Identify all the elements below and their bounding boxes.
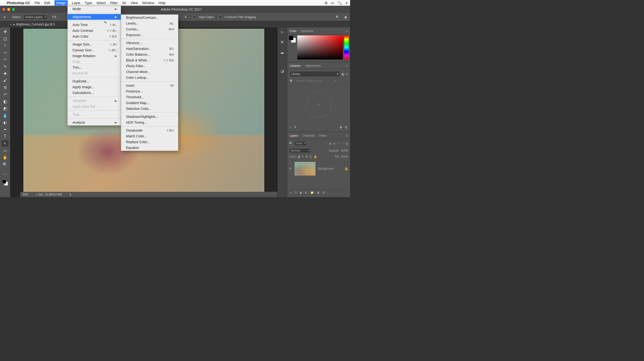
search-icon[interactable]: 🔍 [335,14,340,20]
color-swatches[interactable] [2,180,8,186]
menu-item-black-white[interactable]: Black & White...⌥⇧⌘B [121,57,178,63]
maximize-window-button[interactable] [12,8,15,11]
new-layer-icon[interactable]: ▣ [317,191,320,194]
menu-item-match-color[interactable]: Match Color... [121,133,178,139]
menu-item-threshold[interactable]: Threshold... [121,94,178,100]
align-edges-checkbox[interactable] [193,16,196,18]
view-grid-icon[interactable]: ▦ [342,72,344,76]
lock-position-icon[interactable]: ✥ [306,155,308,158]
delete-layer-icon[interactable]: 🗑 [322,191,325,194]
menu-help[interactable]: Help [158,1,166,5]
menu-list-icon[interactable]: ≡ [346,1,348,5]
workspace-icon[interactable]: ▣ [343,14,348,20]
link-layers-icon[interactable]: ⌀ [290,191,292,194]
tool-marquee[interactable]: ◫ [2,36,8,42]
color-panel-menu-icon[interactable]: ≡ [346,30,348,33]
filter-shape-icon[interactable]: ▱ [342,142,344,145]
tab-libraries[interactable]: Libraries [290,64,301,68]
color-field[interactable] [297,36,343,60]
tool-gradient[interactable]: ◩ [2,105,8,112]
tab-adjustments[interactable]: Adjustments [305,64,321,68]
tool-rect[interactable]: ▭ [2,147,8,154]
search-dropdown-icon[interactable]: ▾ [334,79,336,83]
zoom-level[interactable]: 50% [23,193,28,196]
layer-mask-icon[interactable]: ◼ [300,191,302,194]
menu-item-brightness-contrast[interactable]: Brightness/Contrast... [121,15,178,20]
tool-more-icon[interactable]: ⋯ [2,171,8,177]
tool-path[interactable]: ↖ [2,140,8,146]
cloud-icon[interactable]: ◉ [340,125,342,129]
foreground-color-swatch[interactable] [2,180,6,184]
tab-layers[interactable]: Layers [290,134,298,137]
display-icon[interactable]: ▭ [331,1,334,5]
tool-hand[interactable]: ✋ [2,154,8,160]
tool-crop[interactable]: ⌗ [2,56,8,63]
tab-close-icon[interactable]: × [10,22,12,26]
menu-item-duplicate[interactable]: Duplicate... [68,78,121,84]
menu-view[interactable]: View [130,1,138,5]
menu-item-exposure[interactable]: Exposure... [121,32,178,38]
menu-item-channel-mixer[interactable]: Channel Mixer... [121,69,178,75]
history-panel-icon[interactable]: ↻ [281,30,284,35]
filter-adjust-icon[interactable]: ◐ [334,142,336,145]
document-tab[interactable]: × ● Brightness_Contrast1.jpg @ 5 [10,22,55,26]
menu-item-auto-color[interactable]: Auto Color⇧⌘B [68,34,121,39]
upload-icon[interactable]: ⬆ [294,125,296,129]
menu-item-levels[interactable]: Levels...⌘L [121,20,178,26]
menu-window[interactable]: Window [142,1,154,5]
filter-pixel-icon[interactable]: ▣ [329,142,332,145]
menu-item-apply-image[interactable]: Apply Image... [68,84,121,90]
hue-slider[interactable] [344,36,348,60]
menu-item-curves[interactable]: Curves...⌘M [121,26,178,32]
tool-dodge[interactable]: ◐ [2,119,8,126]
menu-item-invert[interactable]: Invert⌘I [121,83,178,88]
tool-eraser[interactable]: ◧ [2,98,8,104]
blend-mode-select[interactable]: Normal [289,148,311,153]
layers-panel-menu-icon[interactable]: ≡ [346,134,348,137]
cp-swatches[interactable] [289,36,296,43]
tool-pen[interactable]: ✒ [2,126,8,132]
menu-item-desaturate[interactable]: Desaturate⇧⌘U [121,128,178,133]
tab-swatches[interactable]: Swatches [301,30,314,33]
trash-icon[interactable]: 🗑 [344,125,348,129]
filter-smart-icon[interactable]: ▦ [346,142,348,145]
mac-app-name[interactable]: Photoshop CC [7,1,30,5]
menu-item-gradient-map[interactable]: Gradient Map... [121,100,178,106]
menu-3d[interactable]: 3D [122,1,126,5]
layer-row-background[interactable]: 👁 Background 🔒 [289,159,348,178]
close-window-button[interactable] [2,8,5,11]
shapes-panel-icon[interactable]: ◪ [281,69,284,73]
filter-type-icon[interactable]: T [338,142,340,145]
menu-item-image-rotation[interactable]: Image Rotation▶ [68,53,121,59]
menu-item-canvas-size[interactable]: Canvas Size...⌥⌘C [68,47,121,53]
lock-brush-icon[interactable]: ✎ [302,155,304,158]
menu-select[interactable]: Select [96,1,106,5]
adjustment-layer-icon[interactable]: ◐ [305,191,308,194]
tool-zoom[interactable]: 🔍 [2,161,8,168]
menu-image[interactable]: Image [54,0,68,6]
tab-channels[interactable]: Channels [302,134,315,137]
select-dropdown[interactable]: Active Layers [24,15,47,20]
tool-lasso[interactable]: ⌇ [2,42,8,49]
library-drop-zone[interactable]: + [290,86,348,122]
lock-all-icon[interactable]: 🔒 [314,155,317,158]
menu-item-selective-color[interactable]: Selective Color... [121,106,178,112]
cp-foreground-swatch[interactable] [289,36,294,40]
menu-item-image-size[interactable]: Image Size...⌥⌘I [68,42,121,47]
tab-color[interactable]: Color [290,30,296,33]
tool-history[interactable]: ↶ [2,91,8,98]
tab-paths[interactable]: Paths [319,134,327,137]
add-content-icon[interactable]: + [290,125,292,129]
tool-type[interactable]: T [2,133,8,140]
layer-thumbnail[interactable] [294,162,316,176]
status-arrow-icon[interactable]: ❯ [69,193,72,196]
library-select[interactable]: Library▾ [290,71,340,77]
menu-filter[interactable]: Filter [110,1,118,5]
menu-item-vibrance[interactable]: Vibrance... [121,40,178,46]
menu-item-auto-contrast[interactable]: Auto Contrast⌥⇧⌘L [68,28,121,34]
layer-fx-icon[interactable]: fx [295,191,297,194]
tool-wand[interactable]: ✧ [2,50,8,56]
fill-value[interactable]: 100% [341,155,348,158]
menu-item-hue-saturation[interactable]: Hue/Saturation...⌘U [121,46,178,52]
menu-item-equalize[interactable]: Equalize [121,145,178,150]
